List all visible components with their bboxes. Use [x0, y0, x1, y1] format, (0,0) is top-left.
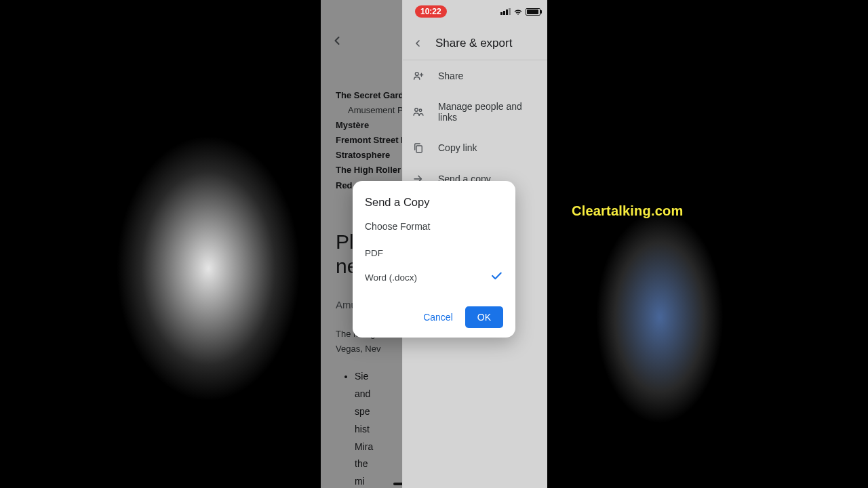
format-option-pdf[interactable]: PDF	[365, 243, 503, 264]
panel-item-copy-link[interactable]: Copy link	[403, 132, 547, 163]
status-icons	[500, 7, 540, 16]
battery-icon	[526, 8, 540, 16]
wifi-icon	[513, 7, 523, 16]
phone-frame: The Secret Garde Amusement Pa Mystère Fr…	[321, 0, 547, 488]
dialog-subtitle: Choose Format	[365, 221, 503, 232]
recording-time-pill[interactable]: 10:22	[415, 5, 447, 18]
svg-point-0	[415, 73, 418, 76]
svg-rect-5	[416, 146, 422, 152]
checkmark-icon	[490, 269, 503, 286]
svg-point-4	[419, 109, 422, 112]
ok-button[interactable]: OK	[465, 306, 503, 328]
svg-point-3	[415, 108, 418, 112]
format-option-label: PDF	[365, 248, 383, 258]
status-bar: 10:22	[321, 4, 547, 19]
copy-icon	[412, 142, 425, 154]
letterbox-left	[0, 0, 88, 488]
dialog-actions: Cancel OK	[365, 306, 503, 328]
panel-item-label: Share	[438, 70, 463, 81]
panel-item-share[interactable]: Share	[403, 60, 547, 92]
format-option-word[interactable]: Word (.docx)	[365, 264, 503, 291]
stage: The Secret Garde Amusement Pa Mystère Fr…	[0, 0, 868, 488]
people-icon	[412, 106, 425, 118]
cellular-icon	[500, 8, 511, 15]
panel-item-manage[interactable]: Manage people and links	[403, 92, 547, 132]
panel-title: Share & export	[435, 37, 512, 50]
send-copy-dialog: Send a Copy Choose Format PDF Word (.doc…	[353, 181, 515, 338]
format-option-label: Word (.docx)	[365, 272, 417, 283]
panel-back-icon[interactable]	[412, 38, 423, 49]
person-add-icon	[412, 70, 425, 82]
cancel-button[interactable]: Cancel	[420, 308, 456, 327]
letterbox-right	[780, 0, 868, 488]
dialog-title: Send a Copy	[365, 196, 503, 209]
panel-item-label: Manage people and links	[438, 101, 538, 123]
panel-item-label: Copy link	[438, 142, 477, 153]
watermark-text: Cleartalking.com	[572, 203, 683, 219]
